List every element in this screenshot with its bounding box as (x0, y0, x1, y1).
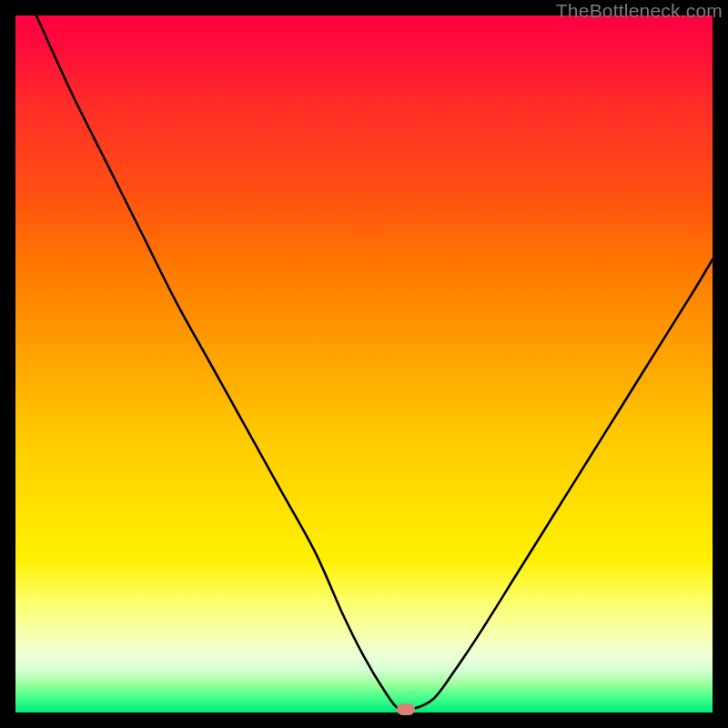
watermark-text: TheBottleneck.com (556, 0, 723, 22)
optimal-point-marker (397, 703, 415, 715)
chart-frame: TheBottleneck.com (0, 0, 728, 728)
plot-area (15, 15, 713, 713)
curve-svg (15, 15, 713, 713)
bottleneck-curve (36, 15, 713, 711)
